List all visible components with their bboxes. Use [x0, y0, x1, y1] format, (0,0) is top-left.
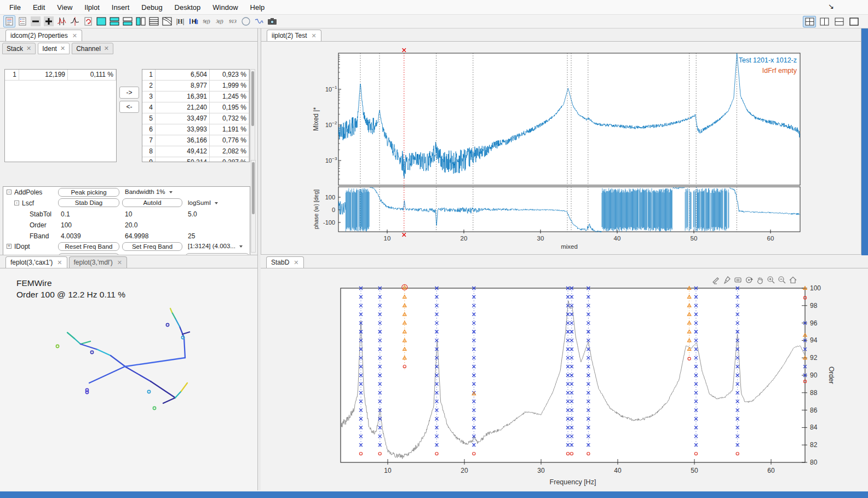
- tab-feplot-0[interactable]: feplot(3,'cax1')✕: [5, 256, 67, 268]
- layout-single-icon[interactable]: [847, 16, 860, 27]
- stab-diagram-canvas[interactable]: 102030405060Frequency [Hz]80828486889092…: [261, 268, 868, 490]
- menu-view[interactable]: View: [51, 1, 78, 14]
- menu-ilplot[interactable]: Ilplot: [78, 1, 105, 14]
- pole-cell[interactable]: 8: [142, 146, 156, 157]
- tree-expander-icon[interactable]: -: [7, 190, 12, 194]
- real-icon[interactable]: 913: [227, 15, 239, 27]
- horizontal-splitter[interactable]: [0, 255, 258, 255]
- pole-cell[interactable]: 4: [142, 102, 156, 113]
- pole-cell[interactable]: 50,214: [156, 157, 210, 162]
- pole-table-row[interactable]: 28,9771,999 %: [142, 81, 249, 91]
- cursor-x-marker[interactable]: [403, 48, 406, 51]
- reset-freq-band-button[interactable]: Reset Freq Band: [58, 242, 119, 251]
- tree-value[interactable]: 100: [61, 221, 72, 229]
- close-icon[interactable]: ✕: [104, 45, 109, 52]
- abs-H-icon[interactable]: |H|: [174, 15, 186, 27]
- menu-debug[interactable]: Debug: [135, 1, 168, 14]
- sensor-node-marker[interactable]: [166, 323, 169, 326]
- layout-two-cols-icon[interactable]: [818, 16, 831, 27]
- pole-cell[interactable]: 1,191 %: [210, 124, 249, 135]
- pole-table-row[interactable]: 950,2140,287 %: [142, 157, 249, 162]
- pole-cell[interactable]: 0,732 %: [210, 113, 249, 124]
- pole-table-row[interactable]: 316,3911,245 %: [142, 91, 249, 102]
- pole-cell[interactable]: 1: [142, 70, 156, 80]
- tree-dropdown[interactable]: logSumI: [188, 199, 250, 208]
- pole-cell[interactable]: 0,195 %: [210, 102, 249, 113]
- pole-cell[interactable]: 33,497: [156, 113, 210, 124]
- pole-table-row[interactable]: 533,4970,732 %: [142, 113, 249, 124]
- home-icon[interactable]: [790, 277, 796, 283]
- pole-cell[interactable]: 7: [142, 135, 156, 146]
- move-left-button[interactable]: <-: [119, 101, 139, 113]
- legend-entry[interactable]: IdFrf empty: [762, 67, 797, 75]
- current-pole-cell[interactable]: 0,111 %: [68, 70, 116, 80]
- pole-cell[interactable]: 49,412: [156, 146, 210, 157]
- current-pole-cell[interactable]: 12,199: [19, 70, 68, 80]
- move-right-button[interactable]: ->: [119, 87, 139, 99]
- current-pole-cell[interactable]: 1: [5, 70, 19, 80]
- pole-table-row[interactable]: 421,2400,195 %: [142, 102, 249, 113]
- pole-table-row[interactable]: 16,5040,923 %: [142, 70, 249, 81]
- pole-cell[interactable]: 33,993: [156, 124, 210, 135]
- tree-value[interactable]: 20.0: [125, 221, 137, 229]
- tree-value[interactable]: 5.0: [188, 210, 197, 218]
- plus-icon[interactable]: [43, 15, 55, 27]
- pole-cell[interactable]: 2: [142, 81, 156, 91]
- sensor-node-marker[interactable]: [85, 391, 88, 393]
- stab-diag-button[interactable]: Stab Diag: [58, 198, 119, 207]
- dock-arrow-icon[interactable]: ↘: [828, 2, 834, 10]
- rotate-icon[interactable]: [746, 277, 753, 283]
- phase-icon[interactable]: 9(f): [200, 15, 212, 27]
- autoid-button[interactable]: AutoId: [122, 198, 182, 207]
- zoom-out-icon[interactable]: [779, 277, 785, 283]
- pole-cell[interactable]: 16,391: [156, 91, 210, 102]
- bottom-row-cyan-icon[interactable]: [122, 15, 134, 27]
- pole-cell[interactable]: 2,082 %: [210, 146, 249, 157]
- tab-feplot-1[interactable]: feplot(3,'mdl')✕: [69, 256, 128, 268]
- pole-cell[interactable]: 8,977: [156, 81, 210, 91]
- wireframe-canvas[interactable]: [0, 268, 258, 490]
- set-freq-band-button[interactable]: Set Freq Band: [122, 242, 182, 251]
- curve-doc-icon[interactable]: [3, 15, 15, 27]
- tab-iiplot-test[interactable]: iiplot(2) Test ✕: [267, 30, 321, 41]
- tree-value[interactable]: 25: [188, 232, 195, 240]
- menu-edit[interactable]: Edit: [27, 1, 51, 14]
- pole-cell[interactable]: 0,287 %: [210, 157, 249, 162]
- layout-grid-2x2-icon[interactable]: [803, 16, 816, 27]
- menu-desktop[interactable]: Desktop: [169, 1, 207, 14]
- vertical-splitter[interactable]: [258, 28, 261, 490]
- pole-cell[interactable]: 9: [142, 157, 156, 162]
- pole-cell[interactable]: 6,504: [156, 70, 210, 80]
- pole-table[interactable]: 16,5040,923 %28,9771,999 %316,3911,245 %…: [142, 69, 250, 162]
- pole-cell[interactable]: 21,240: [156, 102, 210, 113]
- subtab-stack[interactable]: Stack✕: [2, 43, 36, 54]
- pole-cell[interactable]: 3: [142, 91, 156, 102]
- pole-table-row[interactable]: 849,4122,082 %: [142, 146, 249, 157]
- subtab-ident[interactable]: Ident✕: [38, 43, 70, 54]
- pole-cell[interactable]: 0,923 %: [210, 70, 249, 80]
- close-icon[interactable]: ✕: [26, 45, 31, 52]
- two-rows-cyan-icon[interactable]: [108, 15, 120, 27]
- sensor-node-marker[interactable]: [181, 336, 184, 339]
- peak-pick-icon[interactable]: [56, 15, 68, 27]
- subtab-channel[interactable]: Channel✕: [72, 43, 113, 54]
- close-icon[interactable]: ✕: [117, 259, 122, 266]
- peak-picking-button[interactable]: Peak picking: [58, 188, 119, 197]
- menu-help[interactable]: Help: [244, 1, 271, 14]
- nyquist-icon[interactable]: [240, 15, 252, 27]
- pole-cell[interactable]: 6: [142, 124, 156, 135]
- tree-value[interactable]: 4.0039: [61, 232, 81, 240]
- datatip-icon[interactable]: [735, 278, 741, 282]
- menu-window[interactable]: Window: [206, 1, 244, 14]
- tree-dropdown[interactable]: Bandwidth 1%: [125, 188, 185, 197]
- pole-cell[interactable]: 5: [142, 113, 156, 124]
- menu-insert[interactable]: Insert: [106, 1, 136, 14]
- pole-cell[interactable]: 1,245 %: [210, 91, 249, 102]
- H-bars-icon[interactable]: H: [187, 15, 199, 27]
- zoom-in-icon[interactable]: [768, 277, 774, 283]
- vert-split-cyan-icon[interactable]: [135, 15, 147, 27]
- curve-doc2-icon[interactable]: [16, 15, 28, 27]
- squiggle-icon[interactable]: [253, 15, 265, 27]
- pan-hand-icon[interactable]: [758, 277, 762, 284]
- sensor-node-marker[interactable]: [90, 351, 93, 353]
